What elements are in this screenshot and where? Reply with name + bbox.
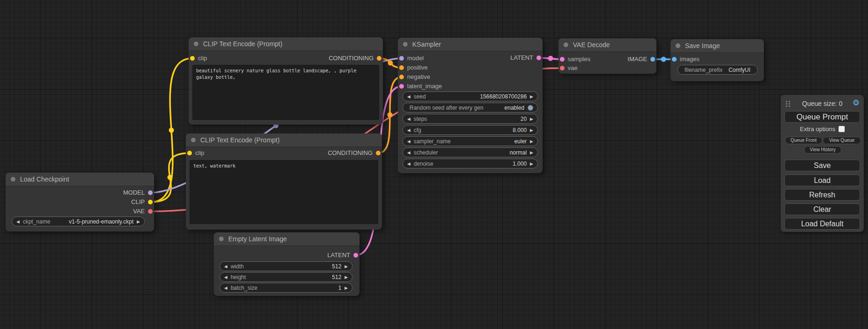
- decrement-arrow-icon[interactable]: ◀: [16, 219, 20, 224]
- node-title: KSampler: [412, 41, 441, 48]
- latent-output-port[interactable]: [536, 56, 541, 60]
- images-input-port[interactable]: [672, 57, 677, 62]
- save-button[interactable]: Save: [784, 160, 860, 171]
- refresh-button[interactable]: Refresh: [784, 189, 860, 201]
- view-queue-button[interactable]: View Queue: [823, 137, 861, 144]
- output-label-model: MODEL: [123, 188, 145, 197]
- steps-widget[interactable]: ◀ steps 20 ▶: [402, 114, 538, 124]
- node-vae-decode[interactable]: VAE Decode samples vae IMAGE: [558, 38, 656, 74]
- link-midpoint-dot: [548, 56, 553, 61]
- node-load-checkpoint[interactable]: Load Checkpoint MODEL CLIP VAE ◀ ckpt_na…: [6, 173, 154, 231]
- model-input-port[interactable]: [399, 56, 404, 61]
- node-collapse-dot-icon[interactable]: [403, 42, 408, 47]
- node-collapse-dot-icon[interactable]: [219, 237, 224, 241]
- height-widget[interactable]: ◀ height 512 ▶: [219, 272, 353, 282]
- negative-input-port[interactable]: [399, 75, 404, 79]
- random-seed-widget[interactable]: Random seed after every gen enabled: [402, 103, 538, 112]
- link-midpoint-dot: [388, 61, 393, 66]
- samples-input-port[interactable]: [560, 57, 565, 62]
- increment-arrow-icon[interactable]: ▶: [530, 139, 533, 144]
- scheduler-widget[interactable]: ◀ scheduler normal ▶: [402, 147, 538, 157]
- decrement-arrow-icon[interactable]: ◀: [224, 275, 227, 280]
- positive-prompt-textarea[interactable]: beautiful scenery nature glass bottle la…: [192, 65, 379, 120]
- batch-size-widget[interactable]: ◀ batch_size 1 ▶: [219, 283, 353, 293]
- decrement-arrow-icon[interactable]: ◀: [407, 117, 410, 121]
- clear-button[interactable]: Clear: [784, 203, 860, 215]
- node-titlebar[interactable]: Empty Latent Image: [214, 232, 360, 246]
- node-titlebar[interactable]: Save Image: [670, 39, 764, 53]
- node-titlebar[interactable]: VAE Decode: [558, 38, 656, 52]
- increment-arrow-icon[interactable]: ▶: [345, 264, 348, 269]
- widget-label: cfg: [414, 127, 421, 133]
- node-clip-text-encode-positive[interactable]: CLIP Text Encode (Prompt) clip CONDITION…: [189, 37, 383, 125]
- node-collapse-dot-icon[interactable]: [194, 42, 198, 46]
- decrement-arrow-icon[interactable]: ◀: [407, 94, 410, 99]
- image-output-port[interactable]: [650, 57, 655, 62]
- width-widget[interactable]: ◀ width 512 ▶: [219, 261, 353, 271]
- clip-input-port[interactable]: [190, 56, 195, 61]
- node-titlebar[interactable]: Load Checkpoint: [6, 173, 154, 186]
- increment-arrow-icon[interactable]: ▶: [137, 219, 140, 224]
- sampler-name-widget[interactable]: ◀ sampler_name euler ▶: [402, 136, 538, 146]
- clip-input-port[interactable]: [187, 151, 192, 155]
- decrement-arrow-icon[interactable]: ◀: [407, 150, 410, 155]
- gear-icon[interactable]: ⚙: [853, 98, 860, 108]
- node-collapse-dot-icon[interactable]: [564, 42, 568, 47]
- node-titlebar[interactable]: CLIP Text Encode (Prompt): [186, 133, 382, 147]
- positive-input-port[interactable]: [399, 65, 404, 70]
- increment-arrow-icon[interactable]: ▶: [345, 275, 348, 280]
- node-save-image[interactable]: Save Image images filename_prefix ComfyU…: [670, 39, 764, 81]
- node-title: CLIP Text Encode (Prompt): [200, 136, 280, 144]
- latent-output-port[interactable]: [353, 253, 358, 258]
- node-ksampler[interactable]: KSampler model positive negative latent_…: [398, 38, 543, 173]
- widget-label: scheduler: [414, 149, 438, 156]
- queue-panel[interactable]: Queue size: 0 ⚙ Queue Prompt Extra optio…: [781, 95, 864, 232]
- node-collapse-dot-icon[interactable]: [11, 177, 15, 182]
- denoise-widget[interactable]: ◀ denoise 1.000 ▶: [402, 159, 538, 168]
- increment-arrow-icon[interactable]: ▶: [345, 286, 348, 290]
- toggle-enabled-icon[interactable]: [528, 105, 533, 111]
- decrement-arrow-icon[interactable]: ◀: [407, 161, 410, 166]
- widget-value: 156680208700286: [480, 93, 527, 100]
- node-collapse-dot-icon[interactable]: [676, 43, 680, 48]
- decrement-arrow-icon[interactable]: ◀: [407, 128, 410, 133]
- extra-options-checkbox[interactable]: [839, 126, 845, 132]
- cfg-widget[interactable]: ◀ cfg 8.000 ▶: [402, 125, 538, 135]
- filename-prefix-widget[interactable]: filename_prefix ComfyUI: [677, 65, 758, 75]
- input-label-model: model: [407, 54, 423, 63]
- node-clip-text-encode-negative[interactable]: CLIP Text Encode (Prompt) clip CONDITION…: [186, 133, 382, 230]
- vae-input-port[interactable]: [560, 66, 565, 70]
- load-button[interactable]: Load: [784, 175, 860, 186]
- increment-arrow-icon[interactable]: ▶: [530, 161, 533, 166]
- increment-arrow-icon[interactable]: ▶: [530, 117, 533, 121]
- model-output-port[interactable]: [148, 190, 153, 195]
- node-graph-canvas[interactable]: Load Checkpoint MODEL CLIP VAE ◀ ckpt_na…: [0, 0, 868, 329]
- negative-prompt-textarea[interactable]: text, watermark: [190, 160, 378, 224]
- vae-output-port[interactable]: [148, 209, 153, 214]
- latent-image-input-port[interactable]: [399, 84, 404, 89]
- increment-arrow-icon[interactable]: ▶: [530, 150, 533, 155]
- node-empty-latent-image[interactable]: Empty Latent Image LATENT ◀ width 512 ▶ …: [214, 232, 360, 296]
- widget-value: 20: [521, 116, 527, 122]
- node-titlebar[interactable]: CLIP Text Encode (Prompt): [189, 37, 383, 51]
- conditioning-output-port[interactable]: [377, 56, 381, 61]
- load-default-button[interactable]: Load Default: [784, 218, 860, 230]
- queue-front-button[interactable]: Queue Front: [785, 137, 822, 144]
- ckpt-name-widget[interactable]: ◀ ckpt_name v1-5-pruned-emaonly.ckpt ▶: [12, 217, 145, 226]
- output-label-image: IMAGE: [628, 55, 647, 64]
- decrement-arrow-icon[interactable]: ◀: [224, 286, 227, 290]
- clip-output-port[interactable]: [148, 200, 153, 204]
- seed-widget[interactable]: ◀ seed 156680208700286 ▶: [402, 91, 538, 101]
- node-titlebar[interactable]: KSampler: [398, 38, 543, 51]
- widget-label: sampler_name: [414, 138, 451, 145]
- conditioning-output-port[interactable]: [376, 151, 381, 155]
- view-history-button[interactable]: View History: [804, 146, 841, 154]
- widget-value: enabled: [504, 105, 524, 111]
- queue-prompt-button[interactable]: Queue Prompt: [784, 111, 860, 123]
- increment-arrow-icon[interactable]: ▶: [530, 128, 533, 133]
- decrement-arrow-icon[interactable]: ◀: [407, 139, 410, 144]
- increment-arrow-icon[interactable]: ▶: [530, 94, 533, 99]
- decrement-arrow-icon[interactable]: ◀: [224, 264, 227, 269]
- link-midpoint-dot: [169, 128, 174, 133]
- node-collapse-dot-icon[interactable]: [191, 138, 196, 142]
